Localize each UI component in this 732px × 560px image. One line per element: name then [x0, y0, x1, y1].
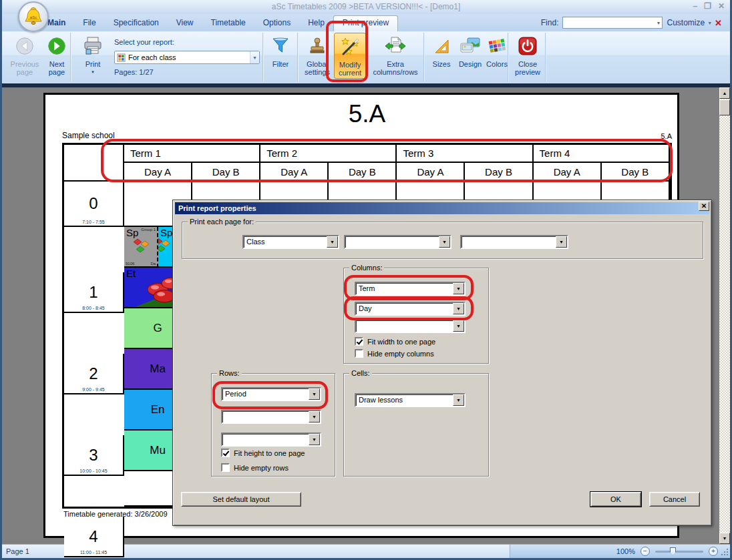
rows-select-2[interactable]: ▼: [221, 410, 321, 424]
rows-select-1[interactable]: Period ▼: [221, 387, 321, 401]
global-settings-button[interactable]: Global settings: [302, 34, 333, 76]
button-label: Set default layout: [212, 495, 269, 503]
set-default-layout-button[interactable]: Set default layout: [181, 492, 301, 507]
dropdown-arrow-icon[interactable]: ▼: [453, 320, 464, 332]
dropdown-arrow-icon[interactable]: ▼: [556, 236, 567, 248]
rows-select-3[interactable]: ▼: [221, 433, 321, 447]
dropdown-arrow-icon[interactable]: ▼: [453, 303, 464, 314]
tab-help[interactable]: Help: [299, 15, 333, 31]
cubes-icon: [132, 238, 150, 258]
dialog-close-button[interactable]: ✕: [699, 202, 709, 211]
scroll-up-button[interactable]: ▲: [719, 87, 730, 99]
design-button[interactable]: Design: [455, 34, 485, 68]
dropdown-arrow-icon[interactable]: ▼: [453, 283, 464, 294]
report-icon: [117, 53, 126, 62]
zoom-level: 100%: [616, 547, 635, 555]
modify-current-button[interactable]: Modify current: [334, 33, 366, 79]
resize-grip[interactable]: [721, 548, 729, 556]
minimize-button[interactable]: –: [693, 1, 697, 11]
arrow-left-circle-icon: [15, 34, 35, 58]
fit-width-checkbox[interactable]: Fit width to one page: [355, 337, 435, 346]
day-header: Day A: [260, 163, 329, 182]
school-name: Sample school: [62, 131, 115, 140]
checkbox[interactable]: [355, 349, 363, 358]
print-button[interactable]: Print ▼: [77, 34, 109, 76]
tab-specification[interactable]: Specification: [105, 15, 168, 31]
page-for-select-2[interactable]: ▼: [344, 235, 451, 249]
maximize-button[interactable]: ❐: [704, 1, 711, 11]
scroll-down-button[interactable]: ▼: [719, 533, 730, 544]
extra-columns-rows-button[interactable]: Extra columns/rows: [368, 34, 423, 76]
timetable-footer: Timetable generated: 3/26/2009: [63, 510, 168, 518]
button-label: Global settings: [301, 60, 334, 76]
dropdown-arrow-icon[interactable]: ▼: [309, 434, 320, 445]
tab-options[interactable]: Options: [254, 15, 299, 31]
select-report-label: Select your report:: [114, 38, 174, 46]
report-value: For each class: [128, 53, 176, 61]
ok-button[interactable]: OK: [590, 492, 641, 507]
cancel-button[interactable]: Cancel: [649, 492, 700, 507]
filter-button[interactable]: Filter: [267, 34, 294, 68]
button-label: Filter: [272, 60, 289, 68]
set-square-icon: [432, 34, 451, 58]
dropdown-arrow-icon[interactable]: ▼: [439, 236, 450, 248]
checkbox[interactable]: [221, 449, 230, 457]
group-label: Columns:: [349, 264, 384, 272]
title-bar: aSc Timetables 2009 >BETA VERSION!!!< - …: [2, 0, 730, 14]
colors-button[interactable]: Colors: [484, 34, 510, 68]
close-preview-button[interactable]: Close preview: [512, 34, 544, 76]
page-for-select-3[interactable]: ▼: [460, 235, 568, 249]
hide-empty-rows-checkbox[interactable]: Hide empty rows: [221, 463, 289, 472]
tab-file[interactable]: File: [74, 15, 104, 31]
tab-timetable[interactable]: Timetable: [202, 15, 254, 31]
zoom-slider-thumb[interactable]: [670, 547, 676, 555]
zoom-slider[interactable]: [655, 551, 703, 553]
scrollbar-thumb[interactable]: [719, 99, 730, 115]
printer-icon: [82, 34, 104, 58]
page-for-select-1[interactable]: Class ▼: [242, 235, 339, 249]
checkbox-label: Hide empty rows: [234, 464, 289, 472]
close-find-icon[interactable]: ✕: [715, 18, 722, 28]
tab-print-preview[interactable]: Print preview: [333, 15, 398, 31]
cells-select[interactable]: Draw lessons ▼: [355, 393, 466, 407]
fit-height-checkbox[interactable]: Fit height to one page: [221, 449, 305, 457]
checkbox[interactable]: [221, 463, 230, 472]
lesson-cell: SpGroup 19106Da: [124, 227, 158, 268]
find-input[interactable]: ▼: [562, 17, 663, 29]
zoom-in-button[interactable]: +: [709, 547, 718, 556]
vertical-scrollbar[interactable]: ▲ ▼: [719, 87, 730, 544]
rows-group: Rows: Period ▼ ▼ ▼ Fit height to one pag…: [211, 373, 335, 477]
hide-empty-columns-checkbox[interactable]: Hide empty columns: [355, 349, 434, 358]
chevron-down-icon: ▼: [707, 21, 712, 25]
sizes-button[interactable]: Sizes: [428, 34, 455, 68]
page-title: 5.A: [62, 100, 672, 128]
columns-select-2[interactable]: Day ▼: [355, 302, 466, 316]
close-button[interactable]: ✕: [718, 1, 725, 11]
power-icon: [518, 34, 538, 58]
columns-select-1[interactable]: Term ▼: [355, 282, 466, 296]
arrow-right-circle-icon: [47, 34, 67, 58]
button-label: Print: [85, 60, 101, 68]
dropdown-arrow-icon[interactable]: ▼: [453, 394, 464, 406]
previous-page-button[interactable]: Previous page: [7, 34, 42, 76]
app-logo-bell-icon[interactable]: aSc: [18, 1, 49, 32]
button-label: Cancel: [663, 495, 686, 503]
button-label: OK: [610, 495, 621, 503]
day-header: Day A: [534, 163, 602, 182]
next-page-button[interactable]: Next page: [42, 34, 71, 76]
group-label: Cells:: [349, 369, 372, 377]
dialog-title-bar[interactable]: Print report properties: [175, 202, 709, 214]
dropdown-arrow-icon[interactable]: ▼: [309, 388, 320, 400]
report-select[interactable]: For each class ▼: [114, 51, 260, 64]
tab-view[interactable]: View: [168, 15, 202, 31]
customize-menu[interactable]: Customize ▼ ✕: [667, 18, 722, 28]
zoom-out-button[interactable]: −: [640, 547, 650, 556]
dropdown-arrow-icon[interactable]: ▼: [327, 236, 338, 248]
checkbox[interactable]: [355, 337, 363, 346]
document-arrows-icon: [385, 34, 406, 58]
funnel-icon: [271, 34, 290, 58]
checkbox-label: Fit height to one page: [234, 449, 305, 457]
columns-select-3[interactable]: ▼: [355, 319, 466, 333]
dropdown-arrow-icon[interactable]: ▼: [309, 411, 320, 423]
checkbox-label: Fit width to one page: [367, 338, 435, 346]
